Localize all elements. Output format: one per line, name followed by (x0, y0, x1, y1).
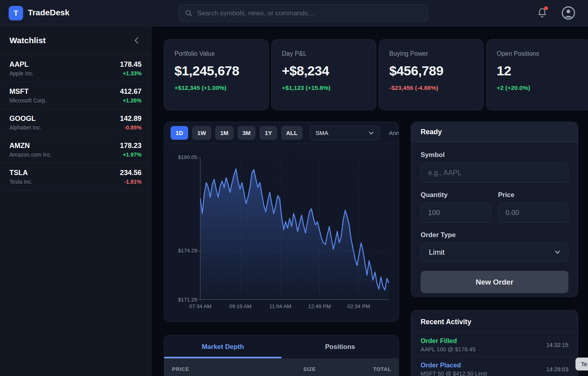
activity-panel: Recent Activity Order Filled AAPL 100 @ … (411, 310, 578, 376)
tradedesk-app: T TradeDesk Watchlist (0, 0, 588, 376)
column-size: SIZE (303, 366, 316, 372)
topbar: T TradeDesk (0, 0, 588, 26)
search-icon (185, 9, 193, 17)
watchlist-item[interactable]: GOOGL Alphabet Inc. 142.89 -0.85% (0, 109, 151, 136)
x-axis-label: 09:19 AM (225, 303, 256, 309)
activity-item[interactable]: Order Placed MSFT 50 @ $412.50 Limit 14:… (411, 357, 578, 376)
stat-label: Open Positions (497, 50, 581, 57)
stat-card-portfolio-value: Portfolio Value $1,245,678 +$12,345 (+1.… (164, 39, 269, 110)
chart-plot-area[interactable] (200, 157, 389, 300)
watchlist-item[interactable]: AAPL Apple Inc. 178.45 +1.33% (0, 55, 151, 82)
chart-panel: 1D 1W 1M 3M 1Y ALL SMA Annotate $180.05 … (164, 122, 399, 322)
bottom-tabs: Market Depth Positions (164, 335, 399, 358)
order-form: Symbol Quantity Price Order Type Limit (411, 142, 578, 297)
tab-positions[interactable]: Positions (281, 335, 399, 358)
order-type-select[interactable]: Limit (421, 243, 568, 261)
indicator-select[interactable]: SMA (310, 126, 379, 141)
timeframe-button-3m[interactable]: 3M (238, 126, 256, 140)
annotate-label[interactable]: Annotate (389, 130, 399, 136)
depth-table-header: PRICE SIZE TOTAL (164, 358, 399, 376)
chevron-left-icon (134, 37, 139, 44)
activity-item[interactable]: Order Filled AAPL 100 @ $178.45 14:32:15 (411, 333, 578, 357)
watchlist-item[interactable]: MSFT Microsoft Corp. 412.67 +1.26% (0, 82, 151, 109)
stat-label: Portfolio Value (174, 50, 258, 57)
stat-card-day-pnl: Day P&L +$8,234 +$1,123 (+15.8%) (271, 39, 376, 110)
order-status: Ready (411, 122, 578, 142)
price: 142.89 (120, 115, 142, 123)
stat-delta: +2 (+20.0%) (497, 84, 581, 91)
stat-value: $456,789 (389, 63, 473, 78)
search-bar[interactable] (178, 4, 428, 22)
chart-toolbar: 1D 1W 1M 3M 1Y ALL SMA Annotate (164, 122, 399, 144)
order-status-text: Ready (421, 128, 442, 136)
x-axis-label: 12:49 PM (304, 303, 335, 309)
column-price: PRICE (172, 366, 189, 372)
timeframe-button-1y[interactable]: 1Y (260, 126, 277, 140)
price: 234.56 (120, 169, 142, 177)
tab-market-depth[interactable]: Market Depth (164, 335, 281, 358)
column-total: TOTAL (373, 366, 391, 372)
price-label: Price (498, 191, 569, 199)
chevron-down-icon (369, 131, 374, 135)
app-title: TradeDesk (28, 8, 69, 17)
company-name: Amazon.com Inc. (9, 151, 52, 158)
activity-status: Order Filled (421, 337, 475, 345)
price: 178.23 (120, 142, 142, 150)
toast-notification: Te (575, 358, 588, 371)
timeframe-button-1d[interactable]: 1D (171, 126, 188, 140)
stat-delta: +$12,345 (+1.00%) (174, 84, 258, 91)
stat-value: 12 (497, 63, 581, 78)
watchlist-title: Watchlist (9, 36, 46, 45)
y-axis-label: $174.29 (169, 248, 197, 254)
change-percent: -1.81% (120, 179, 142, 185)
price: 178.45 (120, 60, 142, 69)
x-axis-label: 07:34 AM (185, 303, 216, 309)
stat-delta: -$23,456 (-4.88%) (389, 84, 473, 91)
new-order-button[interactable]: New Order (421, 271, 568, 293)
quantity-field[interactable] (421, 203, 491, 223)
timeframe-button-1w[interactable]: 1W (192, 126, 211, 140)
symbol: GOOGL (9, 115, 42, 123)
user-menu-button[interactable] (561, 5, 576, 21)
activity-time: 14:32:15 (546, 342, 568, 348)
order-panel: Ready Symbol Quantity Price Order Type L… (411, 122, 578, 297)
collapse-sidebar-button[interactable] (132, 35, 141, 46)
activity-status: Order Placed (421, 361, 487, 369)
app-logo: T (9, 6, 23, 20)
notifications-button[interactable] (535, 6, 549, 20)
chart-area (200, 169, 389, 300)
logo-letter: T (14, 9, 18, 18)
stat-card-buying-power: Buying Power $456,789 -$23,456 (-4.88%) (379, 39, 484, 110)
timeframe-button-all[interactable]: ALL (281, 126, 303, 140)
symbol-label: Symbol (421, 151, 568, 159)
activity-time: 14:28:03 (546, 366, 568, 372)
watchlist-header: Watchlist (0, 26, 151, 55)
watchlist-item[interactable]: AMZN Amazon.com Inc. 178.23 +1.97% (0, 136, 151, 163)
bottom-panel: Market Depth Positions PRICE SIZE TOTAL (164, 335, 399, 376)
symbol: AAPL (9, 60, 34, 69)
search-input[interactable] (197, 9, 422, 17)
activity-title: Recent Activity (411, 310, 578, 333)
symbol: AMZN (9, 142, 52, 150)
sidebar: Watchlist AAPL Apple Inc. 178.45 +1.33% … (0, 26, 151, 376)
indicator-value: SMA (316, 130, 328, 136)
price-field[interactable] (498, 203, 569, 223)
company-name: Microsoft Corp. (9, 97, 47, 104)
y-axis-label: $180.05 (169, 154, 197, 160)
company-name: Tesla Inc. (9, 179, 33, 185)
stat-value: +$8,234 (282, 63, 366, 78)
price: 412.67 (120, 88, 142, 96)
notification-dot (544, 6, 548, 10)
x-axis-label: 02:34 PM (343, 303, 374, 309)
price-chart[interactable]: $180.05 $174.29 $171.29 (164, 144, 399, 321)
chevron-down-icon (555, 250, 560, 254)
stat-value: $1,245,678 (174, 63, 258, 78)
watchlist-item[interactable]: TSLA Tesla Inc. 234.56 -1.81% (0, 163, 151, 190)
timeframe-button-1m[interactable]: 1M (215, 126, 234, 140)
company-name: Alphabet Inc. (9, 124, 42, 131)
symbol-field[interactable] (421, 163, 568, 183)
x-axis-label: 11:04 AM (265, 303, 296, 309)
change-percent: +1.97% (120, 151, 142, 158)
y-axis-label: $171.29 (169, 297, 197, 303)
change-percent: +1.26% (120, 97, 142, 104)
